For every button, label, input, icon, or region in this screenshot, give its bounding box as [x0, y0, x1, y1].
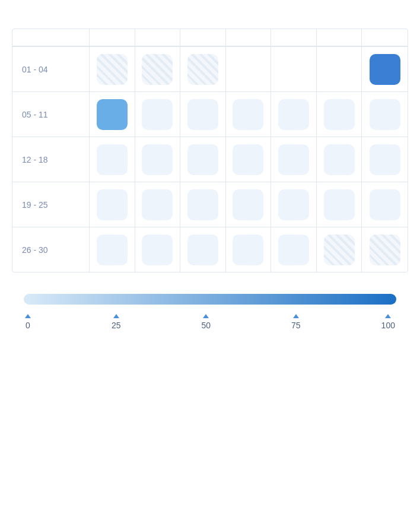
- day-box-w1-d2: [187, 99, 218, 130]
- day-box-w0-d6: [370, 54, 400, 85]
- scale-labels: 0255075100: [24, 314, 396, 330]
- day-cell-w4-d0[interactable]: [90, 227, 135, 272]
- day-cell-w0-d6[interactable]: [362, 46, 408, 91]
- day-cell-w3-d6[interactable]: [362, 182, 408, 227]
- day-cell-w2-d6[interactable]: [362, 137, 408, 182]
- day-cell-w4-d3[interactable]: [226, 227, 272, 272]
- day-box-w1-d0: [97, 99, 128, 130]
- day-cell-w1-d2[interactable]: [180, 91, 226, 137]
- week-row-4: 26 - 30: [12, 227, 408, 272]
- scale-label: 25: [112, 321, 121, 330]
- day-cell-w2-d5[interactable]: [317, 137, 362, 182]
- day-box-w0-d0: [97, 54, 128, 85]
- scale-label: 50: [202, 321, 211, 330]
- day-box-w3-d1: [142, 189, 173, 220]
- day-box-w1-d1: [142, 99, 173, 130]
- day-box-w3-d3: [233, 189, 263, 220]
- day-cell-w2-d0[interactable]: [90, 137, 135, 182]
- day-cell-w3-d5[interactable]: [317, 182, 362, 227]
- day-box-w2-d5: [324, 144, 355, 175]
- day-cell-w2-d1[interactable]: [135, 137, 181, 182]
- day-box-w4-d1: [142, 235, 173, 265]
- day-cell-w3-d3[interactable]: [226, 182, 272, 227]
- day-box-w4-d6: [370, 235, 400, 265]
- day-box-w1-d4: [278, 99, 309, 130]
- week-label-4: 26 - 30: [12, 227, 90, 272]
- week-label-1: 05 - 11: [12, 91, 90, 137]
- day-cell-w3-d0[interactable]: [90, 182, 135, 227]
- day-cell-w4-d6[interactable]: [362, 227, 408, 272]
- scale-tick-icon: [385, 314, 391, 318]
- day-cell-w3-d1[interactable]: [135, 182, 181, 227]
- month-label: [12, 29, 90, 46]
- gradient-bar-wrapper: [24, 294, 396, 305]
- day-box-w1-d6: [370, 99, 400, 130]
- day-cell-w4-d5[interactable]: [317, 227, 362, 272]
- scale-tick-icon: [203, 314, 209, 318]
- day-cell-w4-d2[interactable]: [180, 227, 226, 272]
- day-box-w0-d3: [233, 54, 263, 85]
- col-header-sat: [362, 29, 408, 46]
- week-row-0: 01 - 04: [12, 46, 408, 91]
- day-cell-w2-d2[interactable]: [180, 137, 226, 182]
- week-row-2: 12 - 18: [12, 137, 408, 182]
- day-box-w2-d4: [278, 144, 309, 175]
- day-cell-w0-d1[interactable]: [135, 46, 181, 91]
- day-box-w4-d3: [233, 235, 263, 265]
- day-cell-w1-d0[interactable]: [90, 91, 135, 137]
- day-cell-w2-d4[interactable]: [271, 137, 317, 182]
- week-label-3: 19 - 25: [12, 182, 90, 227]
- day-cell-w4-d1[interactable]: [135, 227, 181, 272]
- day-cell-w1-d4[interactable]: [271, 91, 317, 137]
- legend-section: 0255075100: [12, 272, 408, 342]
- calendar: 01 - 0405 - 1112 - 1819 - 2526 - 30: [12, 28, 408, 272]
- day-box-w2-d3: [233, 144, 263, 175]
- day-box-w3-d6: [370, 189, 400, 220]
- day-box-w4-d4: [278, 235, 309, 265]
- day-box-w0-d1: [142, 54, 173, 85]
- day-box-w3-d4: [278, 189, 309, 220]
- day-cell-w1-d3[interactable]: [226, 91, 272, 137]
- scale-item: 100: [381, 314, 395, 330]
- scale-label: 75: [291, 321, 301, 330]
- day-cell-w1-d6[interactable]: [362, 91, 408, 137]
- col-header-thu: [271, 29, 317, 46]
- scale-item: 0: [25, 314, 31, 330]
- scale-item: 25: [112, 314, 121, 330]
- calendar-header-row: [12, 29, 408, 46]
- day-cell-w0-d0[interactable]: [90, 46, 135, 91]
- col-header-tue: [180, 29, 226, 46]
- day-box-w4-d5: [324, 235, 355, 265]
- col-header-sun: [90, 29, 135, 46]
- day-box-w1-d3: [233, 99, 263, 130]
- day-cell-w0-d5[interactable]: [317, 46, 362, 91]
- day-cell-w3-d2[interactable]: [180, 182, 226, 227]
- day-box-w0-d5: [324, 54, 355, 85]
- week-label-0: 01 - 04: [12, 46, 90, 91]
- day-box-w2-d6: [370, 144, 400, 175]
- day-cell-w1-d5[interactable]: [317, 91, 362, 137]
- scale-label: 100: [381, 321, 395, 330]
- day-cell-w2-d3[interactable]: [226, 137, 272, 182]
- day-cell-w4-d4[interactable]: [271, 227, 317, 272]
- week-row-1: 05 - 11: [12, 91, 408, 137]
- col-header-wed: [226, 29, 272, 46]
- day-cell-w1-d1[interactable]: [135, 91, 181, 137]
- day-cell-w0-d4[interactable]: [271, 46, 317, 91]
- scale-item: 75: [291, 314, 301, 330]
- day-box-w1-d5: [324, 99, 355, 130]
- day-cell-w0-d3[interactable]: [226, 46, 272, 91]
- day-cell-w0-d2[interactable]: [180, 46, 226, 91]
- day-box-w0-d4: [278, 54, 309, 85]
- day-cell-w3-d4[interactable]: [271, 182, 317, 227]
- day-box-w4-d2: [187, 235, 218, 265]
- scale-item: 50: [202, 314, 211, 330]
- scale-label: 0: [26, 321, 30, 330]
- day-box-w2-d0: [97, 144, 128, 175]
- day-box-w4-d0: [97, 235, 128, 265]
- day-box-w2-d1: [142, 144, 173, 175]
- week-row-3: 19 - 25: [12, 182, 408, 227]
- week-rows: 01 - 0405 - 1112 - 1819 - 2526 - 30: [12, 46, 408, 272]
- col-header-fri: [317, 29, 362, 46]
- day-box-w3-d5: [324, 189, 355, 220]
